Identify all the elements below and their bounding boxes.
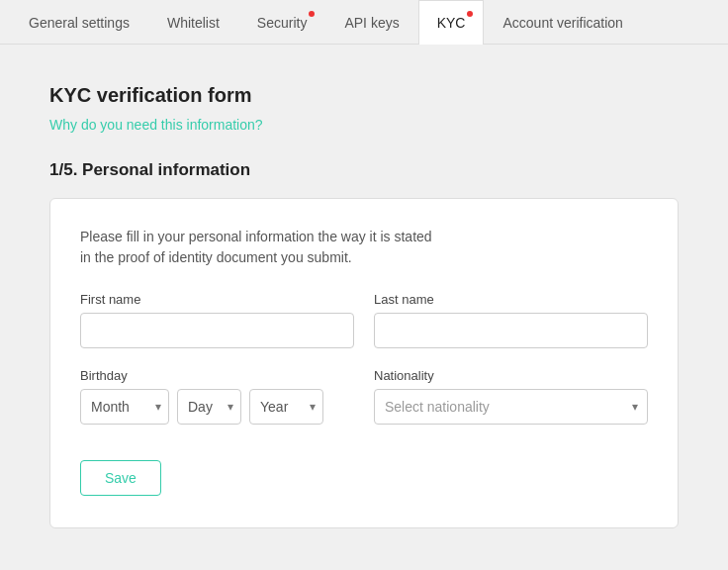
tab-api-keys[interactable]: API keys	[325, 0, 417, 45]
first-name-group: First name	[80, 292, 354, 348]
month-select[interactable]: Month	[80, 389, 169, 425]
month-wrapper: Month	[80, 389, 169, 425]
birthday-group: Birthday Month Day Year	[80, 368, 354, 425]
tab-security[interactable]: Security	[238, 0, 326, 45]
tab-whitelist[interactable]: Whitelist	[148, 0, 238, 45]
form-title: KYC verification form	[49, 84, 679, 107]
tab-bar: General settings Whitelist Security API …	[0, 0, 728, 45]
save-button[interactable]: Save	[80, 460, 161, 496]
day-wrapper: Day	[177, 389, 241, 425]
tab-general-settings[interactable]: General settings	[10, 0, 148, 45]
tab-account-verification[interactable]: Account verification	[484, 0, 641, 45]
tab-kyc[interactable]: KYC	[418, 0, 485, 45]
kyc-dot	[467, 11, 473, 17]
birthday-nationality-row: Birthday Month Day Year	[80, 368, 648, 425]
nationality-group: Nationality Select nationality	[374, 368, 648, 425]
year-select[interactable]: Year	[249, 389, 323, 425]
nationality-select-wrapper: Select nationality	[374, 389, 648, 425]
year-wrapper: Year	[249, 389, 323, 425]
main-content: KYC verification form Why do you need th…	[0, 45, 728, 568]
nationality-select[interactable]: Select nationality	[374, 389, 648, 425]
first-name-label: First name	[80, 292, 354, 307]
name-row: First name Last name	[80, 292, 648, 348]
why-link[interactable]: Why do you need this information?	[49, 117, 263, 133]
nationality-label: Nationality	[374, 368, 648, 383]
last-name-input[interactable]	[374, 313, 648, 348]
last-name-label: Last name	[374, 292, 648, 307]
day-select[interactable]: Day	[177, 389, 241, 425]
birthday-label: Birthday	[80, 368, 354, 383]
form-description: Please fill in your personal information…	[80, 227, 648, 268]
first-name-input[interactable]	[80, 313, 354, 348]
form-card: Please fill in your personal information…	[49, 198, 679, 528]
last-name-group: Last name	[374, 292, 648, 348]
birthday-selects: Month Day Year	[80, 389, 354, 425]
step-title: 1/5. Personal information	[49, 160, 679, 180]
security-dot	[309, 11, 315, 17]
